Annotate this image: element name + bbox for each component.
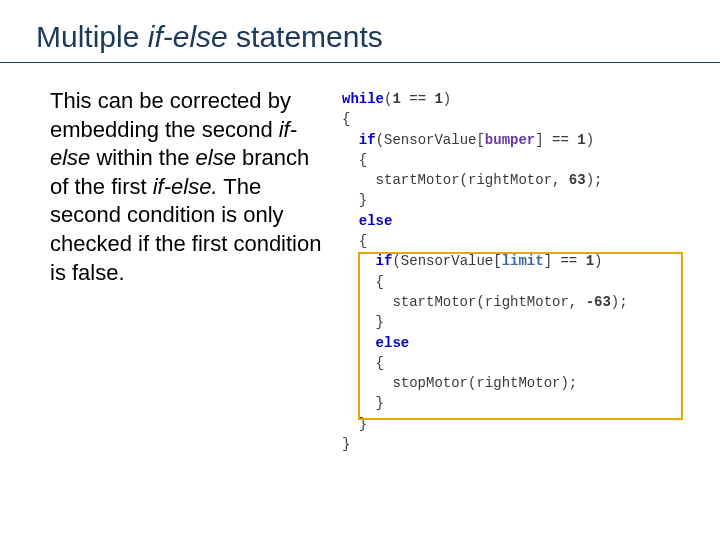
code-line: startMotor(rightMotor, -63); [342, 292, 690, 312]
code-line: } [342, 414, 690, 434]
body-t2: within the [90, 145, 195, 170]
title-suffix: statements [228, 20, 383, 53]
code-line: if(SensorValue[bumper] == 1) [342, 130, 690, 150]
title-prefix: Multiple [36, 20, 148, 53]
code-line: else [342, 333, 690, 353]
code-line: { [342, 353, 690, 373]
code-line: stopMotor(rightMotor); [342, 373, 690, 393]
code-line: } [342, 312, 690, 332]
body-i2: else [196, 145, 236, 170]
code-line: { [342, 150, 690, 170]
title-italic: if-else [148, 20, 228, 53]
code-line: else [342, 211, 690, 231]
body-text: This can be corrected by embedding the s… [50, 87, 330, 454]
code-line: } [342, 434, 690, 454]
code-line: if(SensorValue[limit] == 1) [342, 251, 690, 271]
code-line: } [342, 393, 690, 413]
title-underline [0, 62, 720, 63]
content-row: This can be corrected by embedding the s… [30, 87, 690, 454]
code-line: { [342, 109, 690, 129]
code-line: while(1 == 1) [342, 89, 690, 109]
code-line: startMotor(rightMotor, 63); [342, 170, 690, 190]
code-line: { [342, 231, 690, 251]
slide: Multiple if-else statements This can be … [0, 0, 720, 540]
code-line: { [342, 272, 690, 292]
code-block: while(1 == 1) { if(SensorValue[bumper] =… [342, 87, 690, 454]
code-line: } [342, 190, 690, 210]
slide-title: Multiple if-else statements [30, 20, 690, 54]
body-i3: if-else. [153, 174, 218, 199]
body-t1: This can be corrected by embedding the s… [50, 88, 291, 142]
